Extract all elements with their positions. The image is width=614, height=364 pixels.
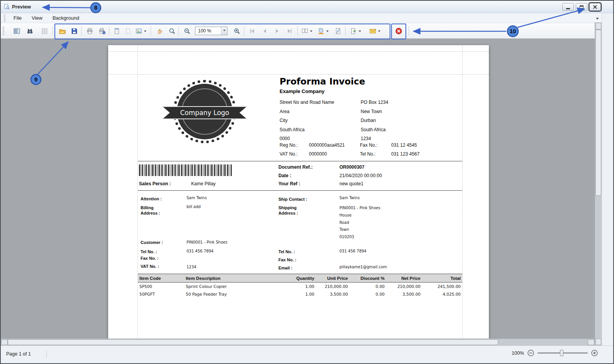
close-preview-button[interactable] (394, 25, 404, 37)
export-document-button[interactable] (349, 25, 362, 37)
next-page-icon (274, 28, 280, 34)
close-window-button[interactable] (589, 3, 601, 11)
open-button[interactable] (57, 25, 67, 37)
window-title: Preview (12, 4, 31, 10)
ship-contact-label: Ship Contact : (278, 197, 307, 201)
horizontal-scroll-thumb[interactable] (8, 339, 498, 345)
horizontal-scrollbar[interactable] (1, 339, 595, 345)
margin-guide (462, 45, 463, 339)
menu-file[interactable]: File (8, 14, 27, 22)
scroll-left-button[interactable] (1, 339, 8, 345)
maximize-button[interactable] (576, 3, 587, 11)
magnifier-icon (169, 28, 175, 34)
watermark-icon (335, 28, 341, 34)
tel-billing-label: Tel No. : (141, 249, 157, 254)
preview-area[interactable]: Company Logo Proforma Invoice Example Co… (1, 39, 602, 339)
menu-bar: File View Background (1, 13, 602, 23)
title-bar: Preview (1, 1, 613, 13)
page-color-icon (318, 28, 324, 34)
fax-no-value: 031 12 4545 (391, 142, 417, 148)
attention-value: Sam Twins (187, 196, 207, 200)
page-setup-button[interactable] (112, 25, 122, 37)
watermark-button[interactable] (333, 25, 343, 37)
margins-button[interactable] (123, 25, 133, 37)
logo-ribbon: Company Logo (162, 106, 247, 119)
save-button[interactable] (69, 25, 79, 37)
find-button[interactable] (25, 25, 35, 37)
zoom-in-button[interactable] (232, 25, 242, 37)
invoice-page: Company Logo Proforma Invoice Example Co… (108, 45, 489, 339)
first-page-button[interactable] (247, 25, 257, 37)
zoom-level-value: 100 % (195, 28, 221, 34)
quick-print-button[interactable] (97, 25, 107, 37)
scroll-right-button[interactable] (588, 339, 594, 345)
page-color-button[interactable] (317, 25, 330, 37)
scroll-down-button[interactable] (595, 339, 601, 345)
multi-page-view-button[interactable] (300, 25, 314, 37)
picture-icon (136, 28, 142, 34)
close-icon (593, 5, 597, 9)
layout-button[interactable] (12, 25, 22, 37)
vat-no-value: 0000000 (309, 151, 327, 157)
tel-no-value: 031 123 4567 (391, 151, 419, 157)
previous-page-icon (261, 28, 268, 34)
fax-shipping-label: Fax No. : (278, 257, 296, 262)
your-ref-value: new quote1 (339, 181, 363, 186)
vat-billing-label: VAT No. : (141, 264, 159, 269)
chevron-down-icon[interactable] (596, 18, 599, 21)
menu-background[interactable]: Background (47, 14, 84, 22)
open-icon (59, 28, 66, 34)
toolbar-grip (3, 27, 4, 35)
print-button[interactable] (85, 25, 95, 37)
fax-no-label: Fax No.: (360, 142, 377, 148)
divider (46, 350, 47, 358)
shipping-address-label: Shipping Address : (278, 205, 304, 216)
chevron-down-icon (378, 30, 380, 33)
email-value: pillaykame1@gmail.com (339, 265, 387, 269)
minimize-button[interactable] (562, 3, 574, 11)
chevron-down-icon[interactable] (221, 27, 227, 35)
zoom-level-combobox[interactable]: 100 % (195, 27, 227, 35)
find-icon (27, 28, 33, 34)
zoom-in-icon (234, 28, 240, 34)
tel-shipping-label: Tel No. : (278, 249, 295, 254)
chevron-down-icon (359, 30, 361, 33)
picture-scale-button[interactable] (134, 25, 148, 37)
toolbar: 100 % (1, 23, 602, 39)
zoom-out-icon (184, 28, 190, 34)
last-page-button[interactable] (284, 25, 294, 37)
table-row: SP500 Sprint Colour Copier 1.00 210,000.… (138, 283, 462, 290)
zoom-slider-thumb[interactable] (560, 350, 563, 356)
magnifier-button[interactable] (167, 25, 177, 37)
thumbnails-icon (41, 28, 48, 34)
margin-guide (108, 51, 489, 52)
page-setup-icon (114, 28, 120, 34)
page-indicator: Page 1 of 1 (6, 351, 31, 357)
document-title: Proforma Invoice (280, 76, 365, 86)
email-button[interactable] (368, 25, 382, 37)
date-value: 21/04/2020 00:00:00 (339, 173, 382, 178)
vertical-scroll-thumb[interactable] (595, 30, 601, 196)
status-bar: Page 1 of 1 100% (1, 345, 613, 363)
menu-view[interactable]: View (27, 14, 47, 22)
vat-no-label: VAT No.: (280, 151, 298, 157)
thumbnails-button[interactable] (39, 25, 49, 37)
scroll-up-button[interactable] (595, 23, 601, 29)
previous-page-button[interactable] (260, 25, 270, 37)
vertical-scrollbar[interactable] (595, 22, 602, 345)
toolbar-grip (4, 15, 5, 22)
first-page-icon (249, 28, 256, 34)
zoom-in-slider-button[interactable] (591, 350, 598, 356)
zoom-out-slider-button[interactable] (527, 350, 534, 356)
margin-guide (108, 74, 489, 74)
items-table: Item Code Item Description Quantity Unit… (138, 274, 462, 298)
zoom-percent-label: 100% (512, 350, 524, 356)
document-ref-label: Document Ref.: (278, 164, 313, 170)
customer-value: PIN0001 - Pink Shoes (187, 240, 227, 244)
zoom-slider[interactable] (538, 352, 588, 354)
hand-tool-button[interactable] (154, 25, 165, 37)
hand-tool-icon (156, 28, 163, 34)
zoom-out-button[interactable] (182, 25, 192, 37)
billing-address-label: Billing Address : (141, 205, 165, 216)
next-page-button[interactable] (272, 25, 282, 37)
